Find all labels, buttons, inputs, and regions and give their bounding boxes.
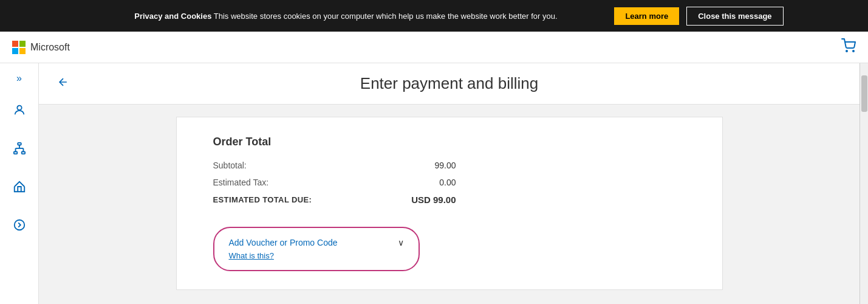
svg-point-1	[853, 50, 854, 52]
ms-logo-green	[19, 41, 26, 47]
tax-row: Estimated Tax: 0.00	[213, 178, 456, 187]
sidebar-person-icon[interactable]	[8, 98, 31, 125]
total-label: ESTIMATED TOTAL DUE:	[213, 195, 312, 204]
scrollbar-thumb[interactable]	[861, 75, 867, 112]
close-message-button[interactable]: Close this message	[686, 7, 783, 26]
page-title: Enter payment and billing	[75, 74, 823, 93]
sidebar-expand-icon[interactable]: »	[12, 71, 27, 86]
main-layout: »	[0, 63, 868, 304]
ms-logo-red	[12, 41, 18, 47]
svg-point-2	[17, 106, 21, 110]
cookie-banner: Privacy and Cookies This website stores …	[0, 0, 868, 32]
ms-logo-blue	[12, 48, 18, 54]
voucher-row: Add Voucher or Promo Code ∨	[229, 238, 404, 247]
svg-rect-3	[18, 143, 21, 145]
svg-rect-4	[13, 152, 17, 154]
svg-point-10	[14, 220, 24, 230]
scrollbar[interactable]	[859, 63, 868, 304]
total-row: ESTIMATED TOTAL DUE: USD 99.00	[213, 195, 456, 205]
ms-logo-grid	[12, 41, 26, 54]
brand-name: Microsoft	[30, 42, 70, 53]
microsoft-logo: Microsoft	[12, 41, 70, 54]
card-container: Order Total Subtotal: 99.00 Estimated Ta…	[39, 105, 859, 304]
svg-point-0	[846, 50, 847, 52]
ms-logo-yellow	[19, 48, 26, 54]
what-is-this-link[interactable]: What is this?	[229, 251, 404, 260]
top-nav: Microsoft	[0, 32, 868, 63]
tax-value: 0.00	[439, 178, 456, 187]
sidebar: »	[0, 63, 39, 304]
subtotal-value: 99.00	[434, 161, 456, 170]
order-card: Order Total Subtotal: 99.00 Estimated Ta…	[176, 117, 723, 290]
chevron-down-icon: ∨	[398, 238, 404, 247]
total-value: USD 99.00	[411, 195, 456, 205]
svg-rect-5	[21, 152, 24, 154]
content-area: Enter payment and billing Order Total Su…	[39, 63, 859, 304]
cookie-banner-normal: This website stores cookies on your comp…	[211, 12, 557, 21]
cookie-banner-bold: Privacy and Cookies	[134, 12, 211, 21]
sidebar-home-icon[interactable]	[8, 175, 31, 201]
sidebar-arrow-right-icon[interactable]	[8, 213, 31, 240]
cookie-banner-text: Privacy and Cookies This website stores …	[84, 12, 607, 21]
tax-label: Estimated Tax:	[213, 178, 269, 187]
sidebar-network-icon[interactable]	[8, 137, 31, 163]
cart-icon[interactable]	[841, 38, 856, 57]
add-voucher-link[interactable]: Add Voucher or Promo Code	[229, 238, 338, 247]
subtotal-label: Subtotal:	[213, 161, 247, 170]
voucher-section: Add Voucher or Promo Code ∨ What is this…	[213, 227, 420, 271]
page-header: Enter payment and billing	[39, 63, 859, 105]
subtotal-row: Subtotal: 99.00	[213, 161, 456, 170]
order-total-title: Order Total	[213, 136, 686, 148]
learn-more-button[interactable]: Learn more	[614, 7, 679, 25]
back-button[interactable]	[57, 76, 69, 91]
